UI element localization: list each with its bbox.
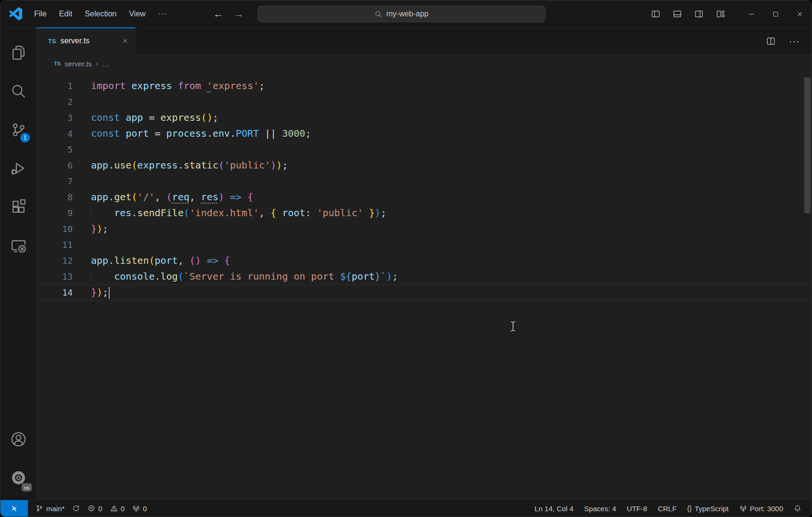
status-indentation-label: Spaces: 4 bbox=[584, 504, 616, 513]
code-line-2[interactable]: 2 bbox=[37, 94, 812, 110]
search-icon bbox=[375, 11, 382, 18]
code-text: app.listen(port, () => { bbox=[91, 253, 230, 269]
go-forward-icon[interactable]: → bbox=[233, 8, 244, 20]
status-language-mode[interactable]: {}TypeScript bbox=[682, 500, 734, 517]
line-number: 1 bbox=[37, 81, 73, 91]
status-encoding-label: UTF-8 bbox=[627, 504, 647, 513]
code-line-9[interactable]: 9 res.sendFile('index.html', { root: 'pu… bbox=[37, 205, 812, 221]
activity-bar-item-run-and-debug[interactable] bbox=[0, 149, 36, 187]
toggle-primary-sidebar-button[interactable] bbox=[651, 10, 660, 18]
branch-icon bbox=[36, 504, 43, 512]
breadcrumb-file[interactable]: server.ts bbox=[64, 60, 92, 68]
status-cursor-position[interactable]: Ln 14, Col 4 bbox=[529, 500, 579, 517]
line-number: 3 bbox=[37, 113, 73, 123]
code-line-8[interactable]: 8app.get('/', (req, res) => { bbox=[37, 189, 812, 205]
customize-layout-icon bbox=[716, 10, 725, 18]
editor-scrollbar[interactable] bbox=[804, 78, 811, 213]
editor-actions: ··· bbox=[766, 27, 812, 54]
chevron-right-icon: › bbox=[96, 59, 99, 68]
code-line-12[interactable]: 12app.listen(port, () => { bbox=[37, 253, 812, 269]
sync-icon bbox=[72, 504, 80, 512]
code-line-13[interactable]: 13 console.log(`Server is running on por… bbox=[37, 269, 812, 284]
status-eol[interactable]: CRLF bbox=[652, 500, 682, 517]
close-button[interactable] bbox=[787, 0, 812, 27]
status-errors[interactable]: 0 bbox=[84, 500, 106, 517]
line-number: 5 bbox=[37, 144, 73, 155]
close-icon bbox=[796, 11, 803, 18]
status-warnings[interactable]: 0 bbox=[106, 500, 128, 517]
status-port-forward-label: Port: 3000 bbox=[750, 504, 783, 513]
code-line-14[interactable]: 14}); bbox=[37, 284, 812, 300]
menu-edit[interactable]: Edit bbox=[53, 10, 79, 18]
menu-overflow[interactable]: ··· bbox=[152, 10, 174, 18]
tab-close-icon[interactable] bbox=[122, 38, 128, 44]
minimize-button[interactable] bbox=[739, 0, 763, 27]
status-port-forward[interactable]: Port: 3000 bbox=[734, 500, 788, 517]
layout-sidebar-left-icon bbox=[651, 10, 660, 18]
editor-caret bbox=[109, 287, 110, 299]
split-editor-icon[interactable] bbox=[766, 37, 775, 46]
code-line-6[interactable]: 6app.use(express.static('public')); bbox=[37, 157, 812, 173]
code-text: app.get('/', (req, res) => { bbox=[91, 189, 253, 205]
code-text: }); bbox=[91, 284, 110, 300]
tab-bar: TS server.ts ··· bbox=[37, 27, 812, 55]
code-line-3[interactable]: 3const app = express(); bbox=[37, 110, 812, 126]
status-ports[interactable]: 0 bbox=[128, 500, 151, 517]
menu-view[interactable]: View bbox=[123, 10, 152, 18]
more-actions-icon[interactable]: ··· bbox=[789, 36, 800, 47]
status-encoding[interactable]: UTF-8 bbox=[622, 500, 653, 517]
status-notifications[interactable] bbox=[788, 500, 807, 517]
activity-bar-item-extensions[interactable] bbox=[0, 187, 36, 226]
line-number: 12 bbox=[37, 256, 73, 266]
status-bar-left: main*000 bbox=[32, 500, 151, 517]
toggle-panel-button[interactable] bbox=[673, 10, 682, 18]
line-number: 4 bbox=[37, 129, 73, 139]
status-sync[interactable] bbox=[68, 500, 84, 517]
status-warnings-label: 0 bbox=[121, 504, 125, 513]
code-line-10[interactable]: 10}); bbox=[37, 221, 812, 237]
line-number: 6 bbox=[37, 160, 73, 170]
tab-server-ts[interactable]: TS server.ts bbox=[37, 27, 136, 54]
activity-bar-item-settings[interactable]: vs bbox=[0, 458, 36, 497]
activity-bar-item-remote-explorer[interactable] bbox=[0, 226, 36, 264]
toggle-secondary-sidebar-button[interactable] bbox=[695, 10, 703, 18]
line-number: 13 bbox=[37, 271, 73, 282]
vscode-logo-icon bbox=[9, 7, 22, 20]
breadcrumb-symbol[interactable]: … bbox=[102, 60, 109, 68]
status-eol-label: CRLF bbox=[658, 504, 676, 513]
remote-indicator[interactable] bbox=[0, 500, 28, 517]
code-line-4[interactable]: 4const port = process.env.PORT || 3000; bbox=[37, 126, 812, 142]
activity-bar-item-search[interactable] bbox=[0, 72, 36, 110]
code-line-7[interactable]: 7 bbox=[37, 173, 812, 189]
activity-bar-item-explorer[interactable] bbox=[0, 33, 36, 72]
status-indentation[interactable]: Spaces: 4 bbox=[579, 500, 622, 517]
bell-icon bbox=[794, 504, 801, 512]
code-line-11[interactable]: 11 bbox=[37, 237, 812, 253]
menu-file[interactable]: File bbox=[28, 10, 53, 18]
vscode-window: FileEditSelectionView··· ← → my-web-app … bbox=[0, 0, 812, 517]
code-text: res.sendFile('index.html', { root: 'publ… bbox=[91, 205, 386, 221]
status-language-mode-label: TypeScript bbox=[695, 504, 729, 513]
extensions-icon bbox=[11, 199, 26, 215]
activity-bar: 1 vs bbox=[0, 27, 37, 500]
code-editor[interactable]: 1import express from 'express';23const a… bbox=[37, 72, 812, 500]
code-line-1[interactable]: 1import express from 'express'; bbox=[37, 78, 812, 94]
line-number: 8 bbox=[37, 192, 73, 202]
command-center-value: my-web-app bbox=[386, 10, 429, 18]
code-line-5[interactable]: 5 bbox=[37, 142, 812, 157]
command-center-search[interactable]: my-web-app bbox=[258, 6, 546, 22]
minimize-icon bbox=[748, 11, 755, 18]
customize-layout-button[interactable] bbox=[716, 10, 725, 18]
close-icon bbox=[122, 38, 128, 44]
layout-panel-icon bbox=[673, 10, 682, 18]
status-branch[interactable]: main* bbox=[32, 500, 68, 517]
broadcast-icon bbox=[739, 504, 747, 512]
menu-selection[interactable]: Selection bbox=[78, 10, 123, 18]
activity-bar-item-source-control[interactable]: 1 bbox=[0, 110, 36, 149]
nav-arrows: ← → bbox=[213, 0, 244, 27]
title-bar-right bbox=[651, 0, 812, 27]
maximize-button[interactable] bbox=[763, 0, 787, 27]
activity-bar-item-accounts[interactable] bbox=[0, 420, 36, 458]
status-cursor-position-label: Ln 14, Col 4 bbox=[534, 504, 573, 513]
go-back-icon[interactable]: ← bbox=[213, 8, 224, 20]
